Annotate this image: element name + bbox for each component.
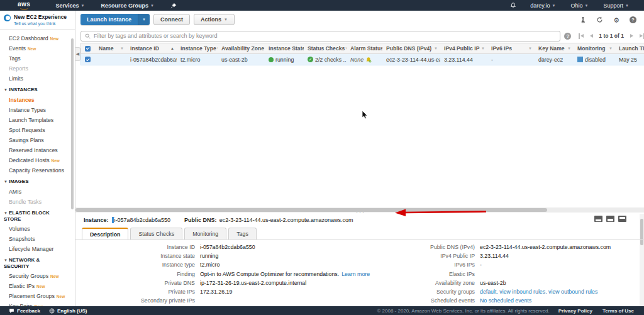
- launch-instance-button[interactable]: Launch Instance ▼: [80, 14, 150, 25]
- sidebar-item-ec2-dashboard[interactable]: EC2 DashboardNew: [0, 33, 75, 43]
- sidebar-item-capacity-reservations[interactable]: Capacity Reservations: [0, 165, 75, 175]
- col-header-instance-state[interactable]: Instance State▼: [265, 45, 304, 52]
- sidebar-item-amis[interactable]: AMIs: [0, 187, 75, 197]
- sidebar-item-spot-requests[interactable]: Spot Requests: [0, 125, 75, 135]
- col-header-launch-time[interactable]: Launch Time: [615, 45, 644, 52]
- flask-icon[interactable]: [580, 16, 586, 23]
- instances-table: Name▼ Instance ID▲ Instance Type▼ Availa…: [80, 43, 644, 65]
- filter-row: ? 1 to 1 of 1: [80, 30, 644, 42]
- globe-icon: [49, 308, 55, 314]
- col-header-public-dns[interactable]: Public DNS (IPv4)▼: [382, 45, 440, 52]
- filter-help-icon[interactable]: ?: [564, 33, 571, 40]
- sidebar-item-instance-types[interactable]: Instance Types: [0, 105, 75, 115]
- sidebar-item-limits[interactable]: Limits: [0, 74, 75, 84]
- notifications-bell-icon[interactable]: [510, 2, 516, 9]
- select-all-checkbox[interactable]: [85, 46, 91, 52]
- aws-logo[interactable]: aws: [18, 1, 30, 9]
- refresh-icon[interactable]: [596, 16, 603, 23]
- create-alarm-bell-icon[interactable]: [365, 57, 372, 63]
- sidebar-item-reserved-instances[interactable]: Reserved Instances: [0, 145, 75, 155]
- account-menu[interactable]: darey.io▼: [530, 3, 555, 9]
- sidebar-item-snapshots[interactable]: Snapshots: [0, 234, 75, 244]
- col-header-instance-id[interactable]: Instance ID▲: [126, 45, 177, 52]
- sidebar-item-volumes[interactable]: Volumes: [0, 224, 75, 234]
- sidebar-scrollbar[interactable]: [71, 38, 74, 209]
- col-header-alarm-status[interactable]: Alarm Status: [347, 45, 382, 52]
- settings-gear-icon[interactable]: ⚙: [613, 17, 619, 23]
- text-caret: [112, 217, 114, 223]
- sidebar-item-instances[interactable]: Instances: [0, 95, 75, 105]
- launch-instance-caret[interactable]: ▼: [138, 14, 150, 25]
- tell-us-link[interactable]: Tell us what you think: [14, 21, 56, 26]
- tab-description[interactable]: Description: [82, 228, 128, 240]
- nav-resource-groups-menu[interactable]: Resource Groups▼: [101, 3, 153, 9]
- sidebar-section-images[interactable]: ▼IMAGES: [0, 175, 63, 187]
- sidebar-collapse-handle[interactable]: ◀: [75, 47, 80, 61]
- sidebar-item-tags[interactable]: Tags: [0, 53, 75, 64]
- pin-icon[interactable]: [170, 3, 177, 9]
- security-groups-links[interactable]: default. view inbound rules. view outbou…: [480, 289, 597, 295]
- sidebar-item-key-pairs[interactable]: Key PairsNew: [0, 301, 75, 306]
- sort-caret-icon: ▼: [567, 47, 574, 50]
- connect-button[interactable]: Connect: [153, 14, 190, 25]
- description-fields-right: Public DNS (IPv4)ec2-3-23-114-44.us-east…: [371, 244, 641, 306]
- sidebar-item-events[interactable]: EventsNew: [0, 43, 75, 53]
- instance-row[interactable]: i-057a84b2cdab6a550 t2.micro us-east-2b …: [80, 54, 644, 65]
- tab-tags[interactable]: Tags: [228, 228, 257, 240]
- help-icon[interactable]: ?: [630, 16, 636, 23]
- col-header-name[interactable]: Name▼: [95, 45, 126, 52]
- cell-alarm-status: None: [347, 57, 382, 63]
- sidebar-item-elastic-ips[interactable]: Elastic IPsNew: [0, 281, 75, 291]
- pane-split-icon[interactable]: [606, 216, 614, 222]
- sidebar-section-network-security[interactable]: ▼NETWORK & SECURITY: [0, 254, 63, 271]
- sidebar-item-lifecycle-manager[interactable]: Lifecycle Manager: [0, 244, 75, 254]
- col-header-ipv4-public-ip[interactable]: IPv4 Public IP▼: [440, 45, 487, 52]
- instance-detail-panel: Instance: i-057a84b2cdab6a550 Public DNS…: [75, 213, 644, 306]
- sidebar-item-savings-plans[interactable]: Savings Plans: [0, 135, 75, 145]
- sidebar-item-placement-groups[interactable]: Placement GroupsNew: [0, 291, 75, 301]
- language-selector[interactable]: English (US): [49, 308, 87, 314]
- col-header-key-name[interactable]: Key Name▼: [535, 45, 574, 52]
- sidebar-item-reports[interactable]: Reports: [0, 64, 75, 74]
- chevron-down-icon: ▼: [80, 4, 84, 8]
- sidebar-section-elastic-block-store[interactable]: ▼ELASTIC BLOCK STORE: [0, 207, 63, 224]
- pane-top-icon[interactable]: [618, 216, 626, 222]
- tab-status-checks[interactable]: Status Checks: [130, 228, 182, 240]
- privacy-policy-link[interactable]: Privacy Policy: [558, 308, 592, 314]
- prev-page-button[interactable]: [589, 33, 594, 38]
- scheduled-events-link[interactable]: No scheduled events: [480, 297, 531, 304]
- sidebar-item-launch-templates[interactable]: Launch Templates: [0, 115, 75, 125]
- row-checkbox[interactable]: [85, 57, 91, 62]
- sidebar-section-instances[interactable]: ▼INSTANCES: [0, 84, 63, 95]
- chevron-down-icon: ▼: [585, 4, 589, 8]
- filter-input[interactable]: [94, 33, 556, 39]
- sidebar-item-security-groups[interactable]: Security GroupsNew: [0, 271, 75, 281]
- support-menu[interactable]: Support▼: [604, 3, 629, 9]
- first-page-button[interactable]: [579, 33, 584, 38]
- col-header-instance-type[interactable]: Instance Type▼: [177, 45, 218, 52]
- feedback-button[interactable]: Feedback: [9, 308, 40, 314]
- region-menu[interactable]: Ohio▼: [571, 3, 589, 9]
- last-page-button[interactable]: [639, 33, 644, 38]
- experience-toggle[interactable]: [4, 14, 11, 21]
- col-header-availability-zone[interactable]: Availability Zone▼: [218, 45, 265, 52]
- col-header-status-checks[interactable]: Status Checks▼: [304, 45, 347, 52]
- sidebar-item-bundle-tasks[interactable]: Bundle Tasks: [0, 197, 75, 207]
- actions-button[interactable]: Actions▼: [194, 14, 235, 25]
- cell-monitoring: disabled: [574, 57, 615, 63]
- page-range-label: 1 to 1 of 1: [599, 33, 624, 39]
- sidebar-item-dedicated-hosts[interactable]: Dedicated HostsNew: [0, 155, 75, 165]
- detail-scrollbar-thumb[interactable]: [640, 219, 643, 245]
- tab-monitoring[interactable]: Monitoring: [184, 228, 226, 240]
- triangle-down-icon: ▼: [4, 258, 8, 262]
- sidebar: New EC2 Experience Tell us what you thin…: [0, 11, 75, 306]
- search-box[interactable]: [80, 31, 560, 41]
- field-row: Elastic IPs: [371, 271, 641, 277]
- col-header-ipv6-ips[interactable]: IPv6 IPs▼: [487, 45, 535, 52]
- nav-services-menu[interactable]: Services▼: [55, 3, 84, 9]
- pane-bottom-icon[interactable]: [594, 216, 602, 222]
- learn-more-link[interactable]: Learn more: [341, 271, 370, 277]
- terms-of-use-link[interactable]: Terms of Use: [602, 308, 634, 314]
- next-page-button[interactable]: [629, 33, 634, 38]
- col-header-monitoring[interactable]: Monitoring▼: [574, 45, 615, 52]
